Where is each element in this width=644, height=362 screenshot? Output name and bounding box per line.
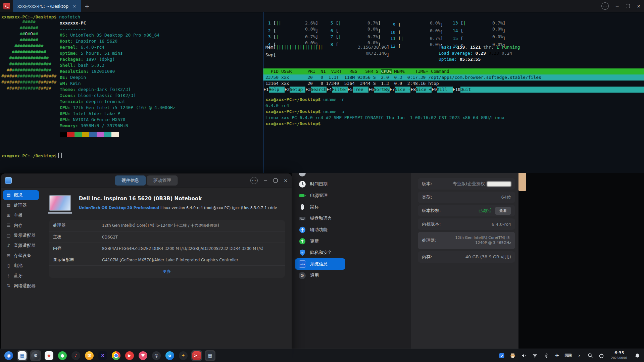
taskbar-app-music[interactable]: ♪ — [70, 350, 81, 361]
sidebar-item-storage[interactable]: ⊟存储设备 — [3, 251, 39, 260]
close-icon[interactable]: × — [284, 178, 288, 183]
sidebar-item-motherboard[interactable]: ⊞主板 — [3, 210, 39, 220]
tab-hardware[interactable]: 硬件信息 — [115, 175, 146, 186]
taskbar-app-x-app[interactable]: X — [97, 350, 108, 361]
fkey-label-f2[interactable]: Setup — [290, 87, 305, 93]
menu-item-mouse[interactable]: 鼠标 — [295, 201, 345, 213]
fkey-f4[interactable]: F4 — [327, 87, 332, 93]
fkey-f7[interactable]: F7 — [390, 87, 395, 93]
htop-function-key-bar[interactable]: F1Help F2Setup F3SearchF4FilterF5Tree F6… — [263, 87, 644, 93]
fkey-label-f7[interactable]: Nice - — [395, 87, 410, 93]
fkey-label-f1[interactable]: Help — [269, 87, 285, 93]
info-value: 40 GB (38.9 GB 可用) — [465, 254, 511, 260]
htop-process-row[interactable]: 13164 xxx 20 0 17340 5364 3444 S 1.3 0.0… — [263, 81, 644, 87]
fkey-f1[interactable]: F1 — [263, 87, 269, 93]
terminal-left-pane[interactable]: xxx@xxx-PC:~/Desktop$ neofetch ##### ###… — [0, 12, 263, 173]
shutdown-icon[interactable] — [598, 352, 605, 359]
sidebar-item-display[interactable]: ▢显示适配器 — [3, 230, 39, 240]
htop-selected-process-row[interactable]: 23750 xxx 20 0 1.1T 118M 93056 S 2.0 0.3… — [263, 74, 644, 81]
fkey-f8[interactable]: F8 — [410, 87, 416, 93]
window-menu-icon[interactable]: ⋯ — [250, 177, 258, 184]
notification-bell-icon[interactable] — [634, 352, 641, 359]
fkey-label-f9[interactable]: Kill — [437, 87, 453, 93]
fkey-f9[interactable]: F9 — [432, 87, 437, 93]
fkey-f2[interactable]: F2 — [285, 87, 290, 93]
wifi-icon[interactable] — [532, 352, 538, 359]
volume-icon[interactable] — [521, 352, 527, 359]
fkey-label-f10[interactable]: Quit — [460, 87, 476, 93]
minimize-icon[interactable]: − — [264, 178, 268, 183]
taskbar-app-file-manager[interactable]: ▦ — [17, 350, 28, 361]
fkey-label-f4[interactable]: Filter — [332, 87, 348, 93]
sort-column-cpu[interactable]: CPU% — [381, 69, 391, 74]
maximize-icon[interactable] — [274, 178, 278, 183]
os-edition-link[interactable]: UnionTech OS Desktop 20 Professional — [79, 206, 159, 210]
sidebar-item-memory[interactable]: ☰内存 — [3, 220, 39, 230]
tray-expand-icon[interactable]: › — [576, 352, 583, 359]
menu-item-datetime[interactable]: 时间日期 — [295, 178, 345, 190]
fkey-label-f8[interactable]: Nice + — [416, 87, 432, 93]
menu-item-privacy[interactable]: 隐私和安全 — [295, 247, 345, 258]
printer-icon[interactable] — [509, 352, 516, 359]
new-tab-button[interactable]: + — [81, 3, 93, 10]
window-menu-icon[interactable]: ⋯ — [601, 2, 609, 10]
sidebar-item-overview[interactable]: ▤概况 — [3, 190, 39, 200]
terminal-tab[interactable]: xxx@xxx-PC: ~/Desktop × — [13, 0, 81, 12]
taskbar-app-mail[interactable]: ✉ — [84, 350, 95, 361]
taskbar-app-app-store[interactable]: ◆ — [44, 350, 54, 361]
search-icon[interactable] — [587, 352, 594, 359]
taskbar-app-browser-edge[interactable]: e — [164, 350, 175, 361]
control-center-icon: ⚙ — [31, 351, 40, 360]
tab-close-icon[interactable]: × — [72, 3, 77, 9]
menu-item-keyboard[interactable]: 键盘和语言 — [295, 213, 345, 224]
sidebar-item-battery[interactable]: ▯电池 — [3, 261, 39, 270]
terminal-line: xxx@xxx-PC:~/Desktop$ uname -r — [265, 97, 504, 103]
more-link[interactable]: 更多 — [49, 266, 285, 278]
menu-item-power[interactable]: 电源管理 — [295, 190, 345, 201]
taskbar-app-control-center[interactable]: ⚙ — [30, 350, 41, 361]
remote-assist-icon[interactable] — [498, 352, 505, 359]
maximize-icon[interactable] — [626, 4, 630, 8]
info-row-memory: 内存:40 GB (38.9 GB 可用) — [418, 251, 515, 263]
taskbar-app-launcher[interactable]: ◉ — [3, 350, 14, 361]
menu-item-general[interactable]: ⚙通用 — [295, 270, 345, 281]
fkey-f10[interactable]: F10 — [453, 87, 460, 93]
taskbar-app-terminal[interactable]: >_ — [191, 350, 202, 361]
sidebar-item-bluetooth[interactable]: ᛒ蓝牙 — [3, 271, 39, 280]
sidebar-item-network[interactable]: ⇅网络适配器 — [3, 281, 39, 291]
taskbar-app-device-manager[interactable]: ▦ — [205, 350, 215, 361]
fkey-label-f6[interactable]: SortBy — [374, 87, 390, 93]
terminal-titlebar[interactable]: >_ xxx@xxx-PC: ~/Desktop × + ⋯ − × — [0, 0, 644, 12]
terminal-right-pane[interactable]: 1 [||2.6%] 2 [0.0%] 3 [|0.7%] 4 [0.0%] 5… — [263, 12, 644, 173]
fkey-f6[interactable]: F6 — [368, 87, 374, 93]
menu-item-update[interactable]: 更新 — [295, 236, 345, 247]
tab-driver[interactable]: 驱动管理 — [147, 175, 178, 186]
sidebar-item-cpu[interactable]: ▦处理器 — [3, 200, 39, 210]
fkey-f5[interactable]: F5 — [348, 87, 353, 93]
fkey-label-f5[interactable]: Tree — [353, 87, 368, 93]
airplane-mode-icon[interactable]: ✈ — [554, 352, 560, 359]
device-manager-titlebar[interactable]: 硬件信息驱动管理 ⋯ − × — [1, 173, 292, 188]
fkey-f3[interactable]: F3 — [305, 87, 311, 93]
bluetooth-icon[interactable] — [543, 352, 549, 359]
taskbar-app-messenger[interactable]: ● — [57, 350, 68, 361]
sidebar-item-audio[interactable]: ♪音频适配器 — [3, 241, 39, 250]
taskbar-app-video[interactable]: ▶ — [124, 350, 135, 361]
sidebar-item-label: 网络适配器 — [14, 283, 36, 289]
onboard-keyboard-icon[interactable]: ⌨ — [565, 352, 572, 359]
taskbar-clock[interactable]: 6:35 2023/06/01 — [611, 351, 628, 360]
menu-item-accessibility[interactable]: 辅助功能 — [295, 224, 345, 236]
app-store-icon: ◆ — [45, 351, 53, 360]
close-icon[interactable]: × — [637, 3, 641, 9]
hardware-row: 主板0D6G2T — [49, 231, 285, 243]
taskbar-app-chrome[interactable] — [111, 350, 121, 361]
menu-item-system-info[interactable]: uos系统信息 — [295, 258, 345, 270]
taskbar-app-photos[interactable]: ✦ — [178, 350, 189, 361]
minimize-icon[interactable]: − — [615, 3, 620, 9]
taskbar-app-pink-app[interactable]: ♥ — [138, 350, 148, 361]
cpu-meter-7: 7 [|0.7%] — [328, 34, 390, 40]
view-button[interactable]: 查看 — [495, 207, 511, 215]
taskbar-app-camera[interactable]: ◎ — [151, 350, 162, 361]
fkey-label-f3[interactable]: Search — [311, 87, 327, 93]
htop-table-header[interactable]: PID USER PRI NI VIRT RES SHR S CPU% MEM%… — [263, 68, 644, 74]
